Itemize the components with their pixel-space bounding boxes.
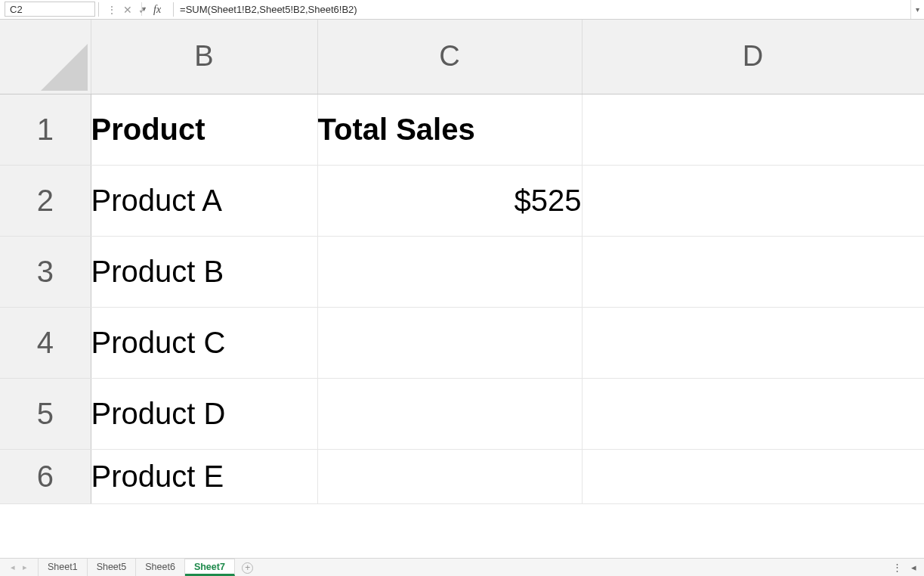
select-all-triangle-icon [41,44,88,91]
row-header-2[interactable]: 2 [0,165,91,236]
cancel-icon[interactable]: ✕ [123,5,132,15]
table-row: 4 Product C [0,307,924,378]
plus-icon: + [242,562,253,574]
row-header-5[interactable]: 5 [0,378,91,449]
tab-sheet6[interactable]: Sheet6 [136,559,185,576]
table-row: 6 Product E [0,449,924,503]
cell-b6[interactable]: Product E [91,449,317,503]
confirm-icon[interactable]: ✓ [138,5,147,15]
cell-c4[interactable] [317,307,582,378]
cell-d2[interactable] [582,165,924,236]
table-row: 2 Product A $525 [0,165,924,236]
tab-next-end-icon[interactable]: ▸ [23,563,27,571]
col-header-c[interactable]: C [317,20,582,94]
cell-c3[interactable] [317,236,582,307]
sheet-table: B C D 1 Product Total Sales 2 Product A … [0,20,924,504]
cell-d1[interactable] [582,94,924,165]
formula-bar: ▾ ⋮ ✕ ✓ fx ▾ [0,0,924,20]
cell-b2[interactable]: Product A [91,165,317,236]
cell-b4[interactable]: Product C [91,307,317,378]
select-all-corner[interactable] [0,20,91,94]
row-header-6[interactable]: 6 [0,449,91,503]
spreadsheet-grid[interactable]: B C D 1 Product Total Sales 2 Product A … [0,20,924,558]
row-header-1[interactable]: 1 [0,94,91,165]
cell-c6[interactable] [317,449,582,503]
expand-formula-bar-icon[interactable]: ▾ [910,0,924,19]
cell-b5[interactable]: Product D [91,378,317,449]
cell-b1[interactable]: Product [91,94,317,165]
cell-c2[interactable]: $525 [317,165,582,236]
row-header-3[interactable]: 3 [0,236,91,307]
formula-input[interactable] [173,2,910,17]
tab-nav: ◂ ▸ [0,559,38,576]
cell-d4[interactable] [582,307,924,378]
tab-sheet5[interactable]: Sheet5 [88,559,137,576]
dots-icon[interactable]: ⋮ [107,5,117,15]
more-options-icon[interactable]: ⋮ [892,562,904,573]
cell-c5[interactable] [317,378,582,449]
row-header-4[interactable]: 4 [0,307,91,378]
column-header-row: B C D [0,20,924,94]
tab-sheet1[interactable]: Sheet1 [38,559,88,576]
scroll-left-icon[interactable]: ◂ [911,562,916,573]
cell-c1[interactable]: Total Sales [317,94,582,165]
tab-sheet7[interactable]: Sheet7 [185,559,235,576]
table-row: 3 Product B [0,236,924,307]
table-row: 5 Product D [0,378,924,449]
cell-d5[interactable] [582,378,924,449]
tab-strip-right: ⋮ ◂ [892,559,924,576]
fx-button[interactable]: fx [153,5,161,15]
cell-b3[interactable]: Product B [91,236,317,307]
col-header-d[interactable]: D [582,20,924,94]
formula-bar-buttons: ⋮ ✕ ✓ fx [99,0,168,19]
col-header-b[interactable]: B [91,20,317,94]
sheet-tab-strip: ◂ ▸ Sheet1 Sheet5 Sheet6 Sheet7 + ⋮ ◂ [0,558,924,576]
cell-d6[interactable] [582,449,924,503]
tab-prev-end-icon[interactable]: ◂ [11,563,15,571]
new-sheet-button[interactable]: + [239,559,256,576]
sheet-tabs: Sheet1 Sheet5 Sheet6 Sheet7 [38,559,235,576]
name-box[interactable]: ▾ [5,2,95,17]
table-row: 1 Product Total Sales [0,94,924,165]
cell-d3[interactable] [582,236,924,307]
